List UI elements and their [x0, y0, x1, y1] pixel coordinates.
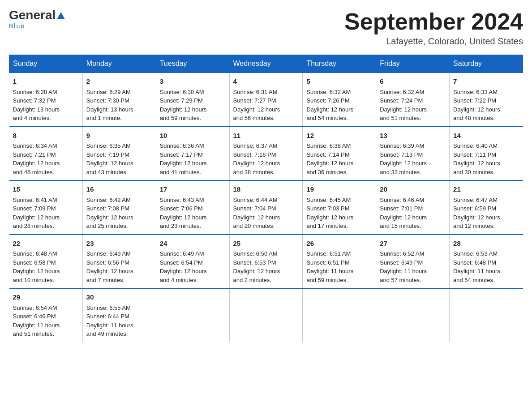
calendar-cell: 9Sunrise: 6:35 AMSunset: 7:19 PMDaylight… — [82, 127, 156, 181]
day-info-line: Sunrise: 6:39 AM — [380, 141, 446, 150]
day-info-line: and 20 minutes. — [233, 222, 299, 231]
day-info-line: Sunset: 6:44 PM — [86, 312, 152, 321]
day-number: 29 — [13, 292, 79, 303]
day-info-line: Sunset: 7:27 PM — [233, 96, 299, 105]
day-info-line: Sunrise: 6:49 AM — [160, 249, 226, 258]
day-info-line: and 38 minutes. — [233, 168, 299, 177]
day-info-line: Sunset: 7:32 PM — [13, 96, 79, 105]
header-friday: Friday — [376, 55, 450, 73]
calendar-cell — [450, 288, 523, 342]
day-info-line: Sunset: 6:54 PM — [160, 258, 226, 267]
day-info-line: Sunrise: 6:45 AM — [306, 196, 372, 205]
day-info-line: Sunrise: 6:30 AM — [160, 88, 226, 97]
day-info-line: Daylight: 12 hours — [233, 267, 299, 276]
day-info-line: Daylight: 12 hours — [160, 159, 226, 168]
day-info-line: Sunset: 7:09 PM — [13, 204, 79, 213]
day-info-line: Sunrise: 6:43 AM — [160, 196, 226, 205]
day-info-line: Sunset: 7:30 PM — [86, 96, 152, 105]
header-thursday: Thursday — [303, 55, 376, 73]
day-info-line: Daylight: 13 hours — [86, 105, 152, 114]
day-info-line: and 25 minutes. — [86, 222, 152, 231]
day-info-line: Sunset: 7:22 PM — [453, 96, 519, 105]
day-info-line: Daylight: 11 hours — [380, 267, 446, 276]
day-info-line: Sunrise: 6:41 AM — [13, 196, 79, 205]
day-info-line: Sunset: 6:53 PM — [233, 258, 299, 267]
calendar-cell — [156, 288, 229, 342]
calendar-cell: 22Sunrise: 6:48 AMSunset: 6:58 PMDayligh… — [9, 235, 83, 289]
day-info-line: Sunset: 7:17 PM — [160, 150, 226, 159]
day-info-line: Daylight: 12 hours — [453, 213, 519, 222]
calendar-cell: 27Sunrise: 6:52 AMSunset: 6:49 PMDayligh… — [376, 235, 450, 289]
day-info-line: Sunset: 7:13 PM — [380, 150, 446, 159]
day-number: 8 — [13, 131, 79, 141]
day-number: 19 — [306, 184, 372, 195]
day-number: 4 — [233, 77, 299, 87]
day-info-line: Sunrise: 6:51 AM — [306, 249, 372, 258]
week-row-5: 29Sunrise: 6:54 AMSunset: 6:46 PMDayligh… — [9, 288, 523, 342]
day-info-line: Sunset: 7:11 PM — [453, 150, 519, 159]
day-number: 1 — [13, 77, 79, 87]
day-info-line: Daylight: 12 hours — [13, 213, 79, 222]
day-info-line: Daylight: 12 hours — [380, 159, 446, 168]
day-info-line: and 15 minutes. — [380, 222, 446, 231]
day-info-line: and 54 minutes. — [306, 114, 372, 123]
calendar-cell: 21Sunrise: 6:47 AMSunset: 6:59 PMDayligh… — [450, 180, 523, 235]
day-info-line: Daylight: 12 hours — [306, 105, 372, 114]
day-info-line: and 51 minutes. — [13, 330, 79, 338]
svg-marker-0 — [57, 12, 65, 19]
calendar-cell: 25Sunrise: 6:50 AMSunset: 6:53 PMDayligh… — [229, 235, 303, 289]
day-number: 28 — [453, 239, 519, 249]
calendar-cell: 12Sunrise: 6:38 AMSunset: 7:14 PMDayligh… — [303, 127, 376, 181]
day-info-line: Sunrise: 6:31 AM — [233, 88, 299, 97]
day-number: 23 — [86, 239, 152, 249]
week-row-1: 1Sunrise: 6:28 AMSunset: 7:32 PMDaylight… — [9, 73, 523, 127]
day-info-line: Daylight: 12 hours — [380, 105, 446, 114]
calendar-cell: 1Sunrise: 6:28 AMSunset: 7:32 PMDaylight… — [9, 73, 83, 127]
day-info-line: Sunrise: 6:49 AM — [86, 249, 152, 258]
calendar-cell: 16Sunrise: 6:42 AMSunset: 7:08 PMDayligh… — [82, 180, 156, 235]
day-info-line: Daylight: 12 hours — [233, 159, 299, 168]
week-row-4: 22Sunrise: 6:48 AMSunset: 6:58 PMDayligh… — [9, 235, 523, 289]
calendar-cell: 17Sunrise: 6:43 AMSunset: 7:06 PMDayligh… — [156, 180, 229, 235]
calendar-cell: 26Sunrise: 6:51 AMSunset: 6:51 PMDayligh… — [303, 235, 376, 289]
day-info-line: Daylight: 12 hours — [160, 105, 226, 114]
day-info-line: Sunset: 7:06 PM — [160, 204, 226, 213]
calendar-cell: 23Sunrise: 6:49 AMSunset: 6:56 PMDayligh… — [82, 235, 156, 289]
day-info-line: Sunset: 7:19 PM — [86, 150, 152, 159]
logo-blue-text: Blue — [9, 22, 25, 30]
day-info-line: Sunrise: 6:53 AM — [453, 249, 519, 258]
calendar-cell: 30Sunrise: 6:55 AMSunset: 6:44 PMDayligh… — [82, 288, 156, 342]
day-info-line: Sunset: 7:03 PM — [306, 204, 372, 213]
calendar-cell: 20Sunrise: 6:46 AMSunset: 7:01 PMDayligh… — [376, 180, 450, 235]
calendar-cell: 6Sunrise: 6:32 AMSunset: 7:24 PMDaylight… — [376, 73, 450, 127]
day-info-line: and 17 minutes. — [306, 222, 372, 231]
day-info-line: Daylight: 12 hours — [306, 213, 372, 222]
calendar-cell: 14Sunrise: 6:40 AMSunset: 7:11 PMDayligh… — [450, 127, 523, 181]
logo: General Blue — [9, 9, 66, 30]
calendar-cell — [229, 288, 303, 342]
day-info-line: and 48 minutes. — [453, 114, 519, 123]
day-info-line: Daylight: 11 hours — [13, 321, 79, 330]
day-info-line: and 59 minutes. — [160, 114, 226, 123]
week-row-3: 15Sunrise: 6:41 AMSunset: 7:09 PMDayligh… — [9, 180, 523, 235]
day-info-line: Daylight: 12 hours — [160, 267, 226, 276]
calendar-cell: 3Sunrise: 6:30 AMSunset: 7:29 PMDaylight… — [156, 73, 229, 127]
day-info-line: and 56 minutes. — [233, 114, 299, 123]
day-info-line: and 41 minutes. — [160, 168, 226, 177]
day-info-line: Sunrise: 6:37 AM — [233, 141, 299, 150]
day-info-line: and 36 minutes. — [306, 168, 372, 177]
day-info-line: Sunset: 7:08 PM — [86, 204, 152, 213]
day-info-line: Daylight: 11 hours — [86, 321, 152, 330]
day-info-line: and 7 minutes. — [86, 276, 152, 285]
week-row-2: 8Sunrise: 6:34 AMSunset: 7:21 PMDaylight… — [9, 127, 523, 181]
day-number: 13 — [380, 131, 446, 141]
day-number: 15 — [13, 184, 79, 195]
day-info-line: and 4 minutes. — [160, 276, 226, 285]
day-info-line: Sunset: 6:49 PM — [380, 258, 446, 267]
day-info-line: Sunrise: 6:54 AM — [13, 304, 79, 313]
day-info-line: Daylight: 12 hours — [453, 105, 519, 114]
day-info-line: and 30 minutes. — [453, 168, 519, 177]
day-number: 10 — [160, 131, 226, 141]
day-info-line: Sunrise: 6:36 AM — [160, 141, 226, 150]
day-info-line: Sunset: 7:29 PM — [160, 96, 226, 105]
